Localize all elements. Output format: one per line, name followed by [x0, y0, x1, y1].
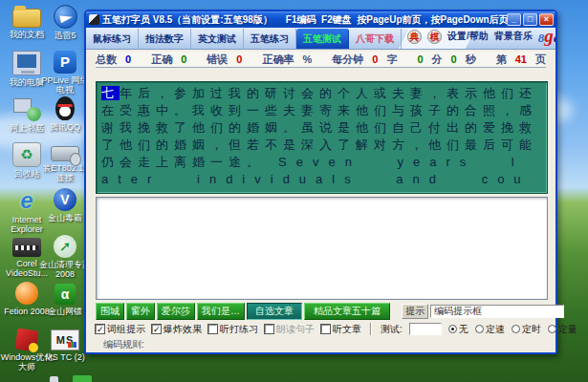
custom-article-button[interactable]: 自选文章	[247, 303, 302, 320]
lesson-button[interactable]: 我们是…	[197, 303, 245, 320]
tab-bar: 鼠标练习 指法数字 英文测试 五笔练习 五笔测试 八哥下载 典 棋 设置/帮助 …	[86, 28, 555, 50]
checkbox-listen-article[interactable]: 听文章	[321, 323, 361, 336]
lesson-button[interactable]: 围城	[96, 303, 124, 320]
radio-test-none[interactable]: 无	[448, 323, 468, 336]
qq-penguin-icon	[55, 96, 75, 120]
window-title: 五笔打字员 V8.5（当前设置:五笔98版）	[102, 13, 272, 27]
typing-input-area[interactable]	[96, 197, 548, 300]
tab-mouse-practice[interactable]: 鼠标练习	[86, 29, 139, 49]
recycle-bin-icon	[12, 142, 41, 167]
lesson-button[interactable]: 爱尔莎	[157, 303, 195, 320]
total-label: 总数	[96, 53, 117, 67]
hint-label: 提示	[402, 304, 428, 319]
partial-desktop-icon	[50, 376, 58, 382]
speed-value: 0	[372, 53, 378, 65]
radio-test-fixed-speed[interactable]: 定速	[475, 323, 505, 336]
minimize-button[interactable]: _	[507, 13, 521, 26]
wrong-value: 0	[236, 53, 242, 65]
passage-line: 在受惠中。我收到一些夫妻寄来他们与孩子的合照，感	[101, 102, 542, 119]
passage-line: 谢我挽救了他们的婚姻。虽说是他们自己付出的爱挽救	[101, 119, 542, 137]
checkbox-icon	[208, 325, 217, 333]
msdos-icon	[51, 329, 79, 350]
desktop-icon-label: MS TC (2)	[38, 352, 92, 362]
page-value: 41	[515, 53, 527, 65]
optimizer-icon	[15, 329, 39, 352]
window-title-hint: F1编码 F2键盘 按PageUp前页，按PageDown后页	[286, 13, 507, 27]
settings-help-link[interactable]: 设置/帮助	[447, 30, 489, 43]
checkbox-icon	[152, 325, 161, 333]
antivirus-icon	[54, 188, 76, 211]
radio-test-fixed-amount[interactable]: 定量	[548, 323, 577, 336]
passage-line: 七年后，参加过我的研讨会的个人或夫妻，表示他们还	[101, 85, 542, 102]
seconds-unit: 秒	[466, 53, 476, 67]
lesson-button-row: 围城 窗外 爱尔莎 我们是… 自选文章 精品文章五十篇 提示	[96, 303, 549, 319]
network-icon	[12, 96, 41, 121]
background-music-link[interactable]: 背景音乐	[494, 30, 533, 43]
close-button[interactable]: ×	[539, 13, 554, 26]
client-area: 总数 0 正确 0 错误 0 正确率 % 每分钟 0 字 0 分 0 秒	[86, 50, 555, 352]
maximize-button[interactable]: □	[523, 13, 537, 26]
page-unit: 页	[535, 53, 546, 67]
speed-unit: 字	[386, 53, 397, 67]
network-adapter-icon	[51, 146, 79, 161]
seconds-value: 0	[451, 53, 457, 65]
lesson-button[interactable]: 窗外	[126, 303, 155, 320]
cleaner-icon	[54, 235, 76, 258]
options-row: 词组提示 爆炸效果 听打练习 朗读句子 听文章 测试: 无 定速 定时 定量	[96, 322, 549, 336]
current-char-highlight: 七	[101, 86, 120, 100]
correct-label: 正确	[151, 53, 172, 67]
tab-bage-download[interactable]: 八哥下载	[349, 29, 402, 49]
wrong-label: 错误	[207, 53, 228, 67]
radio-icon	[475, 325, 484, 333]
test-value-field[interactable]	[409, 323, 442, 335]
passage-line: 仍会走上离婚一途。Seven years l	[101, 154, 542, 171]
checkbox-dictation-practice[interactable]: 听打练习	[208, 323, 258, 336]
radio-icon	[548, 325, 556, 333]
chess-badge-icon[interactable]: 棋	[427, 30, 442, 44]
coding-rule-status: 编码规则:	[103, 338, 144, 351]
firewall-icon	[54, 284, 76, 305]
checkbox-icon	[265, 325, 273, 333]
correct-value: 0	[181, 53, 186, 65]
pplive-icon	[54, 51, 76, 74]
radio-icon	[448, 325, 457, 333]
passage-line: 了他们的婚姻，但若不是深入了解对方，他们最后可能	[101, 137, 542, 154]
checkbox-icon	[96, 325, 104, 333]
radio-icon	[512, 325, 520, 333]
tab-wubi-practice[interactable]: 五笔练习	[244, 29, 296, 49]
dictionary-badge-icon[interactable]: 典	[407, 30, 422, 44]
divider	[370, 323, 372, 335]
checkbox-read-sentence[interactable]: 朗读句子	[265, 323, 315, 336]
rate-label: 正确率	[262, 53, 294, 67]
speed-label: 每分钟	[332, 53, 363, 67]
passage-line: ater individuals and cou	[101, 171, 542, 188]
tab-wubi-test[interactable]: 五笔测试	[296, 29, 349, 49]
app-icon	[89, 14, 99, 25]
featured-articles-button[interactable]: 精品文章五十篇	[304, 303, 390, 320]
checkbox-explosion-effect[interactable]: 爆炸效果	[152, 323, 202, 336]
checkbox-word-hint[interactable]: 词组提示	[96, 323, 145, 336]
partial-desktop-icon	[73, 375, 92, 382]
stats-bar: 总数 0 正确 0 错误 0 正确率 % 每分钟 0 字 0 分 0 秒	[96, 52, 546, 68]
tab-finger-numbers[interactable]: 指法数字	[139, 29, 191, 49]
fetion-icon	[15, 282, 38, 305]
code-hint-field[interactable]	[430, 305, 564, 318]
rate-unit: %	[302, 53, 312, 65]
tab-english-test[interactable]: 英文测试	[191, 29, 244, 49]
checkbox-icon	[321, 325, 330, 333]
titlebar[interactable]: 五笔打字员 V8.5（当前设置:五笔98版） F1编码 F2键盘 按PageUp…	[86, 11, 555, 28]
total-value: 0	[125, 53, 131, 65]
test-label: 测试:	[381, 323, 403, 336]
thunder-icon	[54, 5, 77, 29]
computer-icon	[12, 51, 41, 75]
desktop: 我的文档 迅雷5 我的电脑 PPLive 网络电视 网上邻居 腾讯QQ 回收站 …	[0, 0, 588, 382]
passage-display: 七年后，参加过我的研讨会的个人或夫妻，表示他们还 在受惠中。我收到一些夫妻寄来他…	[96, 81, 548, 194]
minutes-unit: 分	[432, 53, 443, 67]
ie-icon	[12, 188, 41, 213]
video-icon	[12, 238, 41, 257]
radio-test-fixed-time[interactable]: 定时	[512, 323, 541, 336]
app-window: 五笔打字员 V8.5（当前设置:五笔98版） F1编码 F2键盘 按PageUp…	[84, 10, 557, 354]
folder-icon	[12, 9, 41, 28]
8ge-logo[interactable]: 8ge.net	[538, 28, 555, 47]
minutes-value: 0	[417, 53, 423, 65]
